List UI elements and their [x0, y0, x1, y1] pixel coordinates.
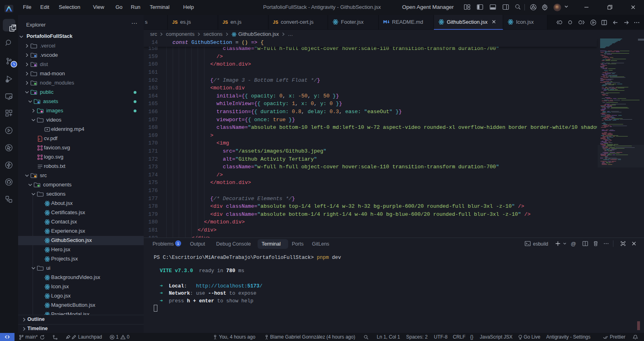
svg-text:P: P [39, 138, 40, 141]
